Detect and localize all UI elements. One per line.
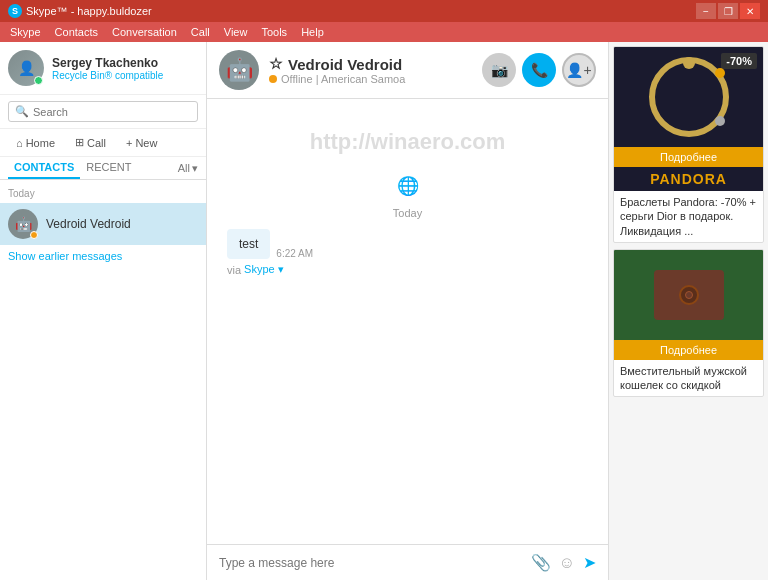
chat-actions: 📷 📞 👤+	[482, 53, 596, 87]
chat-input[interactable]	[219, 556, 523, 570]
chat-user-avatar: 🤖	[219, 50, 259, 90]
video-call-button[interactable]: 📷	[482, 53, 516, 87]
menu-tools[interactable]: Tools	[255, 24, 293, 40]
ad-desc-1: Браслеты Pandora: -70% + серьги Dior в п…	[614, 191, 763, 242]
ad-btn-1[interactable]: Подробнее	[614, 147, 763, 167]
ad-btn-2[interactable]: Подробнее	[614, 340, 763, 360]
minimize-button[interactable]: −	[696, 3, 716, 19]
chat-user-name: ☆ Vedroid Vedroid	[269, 55, 472, 73]
contact-status-dot	[30, 231, 38, 239]
skype-icon: S	[8, 4, 22, 18]
all-dropdown[interactable]: All ▾	[178, 162, 198, 175]
message-wrap: test 6:22 AM via Skype ▾	[227, 229, 588, 276]
wallet-visual	[654, 270, 724, 320]
via-text: via	[227, 264, 241, 276]
chat-header-info: ☆ Vedroid Vedroid Offline | American Sam…	[269, 55, 472, 85]
via-skype: via Skype ▾	[227, 263, 284, 276]
message-text: test	[239, 237, 258, 251]
call-button[interactable]: ⊞ Call	[67, 133, 114, 152]
chevron-down-icon-via: ▾	[278, 263, 284, 275]
chat-name-text: Vedroid Vedroid	[288, 56, 402, 73]
ad-block-2: Подробнее Вместительный мужской кошелек …	[613, 249, 764, 398]
add-person-icon: 👤+	[566, 62, 591, 78]
show-earlier-link[interactable]: Show earlier messages	[8, 250, 122, 262]
ad-image-2	[614, 250, 763, 340]
watermark: http://winaero.com	[227, 109, 588, 175]
robot-icon: 🤖	[226, 57, 253, 83]
chat-messages: http://winaero.com 🌐 Today test 6:22 AM …	[207, 99, 608, 544]
menu-help[interactable]: Help	[295, 24, 330, 40]
title-bar-left: S Skype™ - happy.buldozer	[8, 4, 152, 18]
tab-recent[interactable]: RECENT	[80, 157, 137, 179]
call-button[interactable]: 📞	[522, 53, 556, 87]
title-bar: S Skype™ - happy.buldozer − ❐ ✕	[0, 0, 768, 22]
ad-desc-2: Вместительный мужской кошелек со скидкой	[614, 360, 763, 397]
new-icon: +	[126, 137, 132, 149]
emoji-button[interactable]: ☺	[559, 554, 575, 572]
contact-list: Today 🤖 Vedroid Vedroid Show earlier mes…	[0, 180, 206, 580]
close-button[interactable]: ✕	[740, 3, 760, 19]
star-icon[interactable]: ☆	[269, 55, 282, 73]
contact-item[interactable]: 🤖 Vedroid Vedroid	[0, 203, 206, 245]
search-icon: 🔍	[15, 105, 29, 118]
search-input-wrap: 🔍	[8, 101, 198, 122]
tab-contacts[interactable]: CONTACTS	[8, 157, 80, 179]
today-label: Today	[0, 184, 206, 203]
chat-input-area: 📎 ☺ ➤	[207, 544, 608, 580]
message-time: 6:22 AM	[276, 248, 313, 259]
ad-area: -70% Подробнее PANDORA Браслеты Pandora:…	[608, 42, 768, 580]
tabs-area: CONTACTS RECENT All ▾	[0, 157, 206, 180]
send-button[interactable]: ➤	[583, 553, 596, 572]
menu-call[interactable]: Call	[185, 24, 216, 40]
call-icon: 📞	[531, 62, 548, 78]
emoji-icon: ☺	[559, 554, 575, 571]
main-layout: 👤 Sergey Tkachenko Recycle Bin® compatib…	[0, 42, 768, 580]
ad-btn-2-label[interactable]: Подробнее	[614, 340, 763, 360]
ad-block-1: -70% Подробнее PANDORA Браслеты Pandora:…	[613, 46, 764, 243]
search-input[interactable]	[33, 106, 191, 118]
add-contact-button[interactable]: 👤+	[562, 53, 596, 87]
status-dot	[34, 76, 43, 85]
attach-icon: 📎	[531, 554, 551, 571]
nav-buttons: ⌂ Home ⊞ Call + New	[0, 129, 206, 157]
title-bar-text: Skype™ - happy.buldozer	[26, 5, 152, 17]
home-button[interactable]: ⌂ Home	[8, 134, 63, 152]
ad-image-1: -70%	[614, 47, 763, 147]
call-nav-icon: ⊞	[75, 136, 84, 149]
new-button[interactable]: + New	[118, 134, 165, 152]
restore-button[interactable]: ❐	[718, 3, 738, 19]
video-icon: 📷	[491, 62, 508, 78]
message-row: test 6:22 AM	[227, 229, 313, 259]
message-bubble: test	[227, 229, 270, 259]
menu-conversation[interactable]: Conversation	[106, 24, 183, 40]
home-label: Home	[26, 137, 55, 149]
bracelet-visual	[649, 57, 729, 137]
menu-view[interactable]: View	[218, 24, 254, 40]
home-icon: ⌂	[16, 137, 23, 149]
sidebar: 👤 Sergey Tkachenko Recycle Bin® compatib…	[0, 42, 207, 580]
menu-contacts[interactable]: Contacts	[49, 24, 104, 40]
title-bar-controls: − ❐ ✕	[696, 3, 760, 19]
ad-brand-text-1: PANDORA	[650, 171, 727, 187]
ad-badge-1: -70%	[721, 53, 757, 69]
show-earlier: Show earlier messages	[0, 245, 206, 267]
profile-name: Sergey Tkachenko	[52, 56, 198, 70]
via-link-text: Skype	[244, 263, 275, 275]
search-bar: 🔍	[0, 95, 206, 129]
send-icon: ➤	[583, 554, 596, 571]
ad-btn-1-label[interactable]: Подробнее	[614, 147, 763, 167]
chat-area: 🤖 ☆ Vedroid Vedroid Offline | American S…	[207, 42, 608, 580]
chat-header: 🤖 ☆ Vedroid Vedroid Offline | American S…	[207, 42, 608, 99]
attach-button[interactable]: 📎	[531, 553, 551, 572]
profile-area: 👤 Sergey Tkachenko Recycle Bin® compatib…	[0, 42, 206, 95]
avatar-wrap: 👤	[8, 50, 44, 86]
menu-bar: Skype Contacts Conversation Call View To…	[0, 22, 768, 42]
via-link[interactable]: Skype ▾	[244, 263, 284, 276]
menu-skype[interactable]: Skype	[4, 24, 47, 40]
contact-avatar-wrap: 🤖	[8, 209, 38, 239]
date-divider: Today	[227, 207, 588, 219]
profile-status: Recycle Bin® compatible	[52, 70, 198, 81]
chat-user-status: Offline | American Samoa	[269, 73, 472, 85]
globe-icon: 🌐	[397, 175, 419, 197]
offline-status-circle	[269, 75, 277, 83]
